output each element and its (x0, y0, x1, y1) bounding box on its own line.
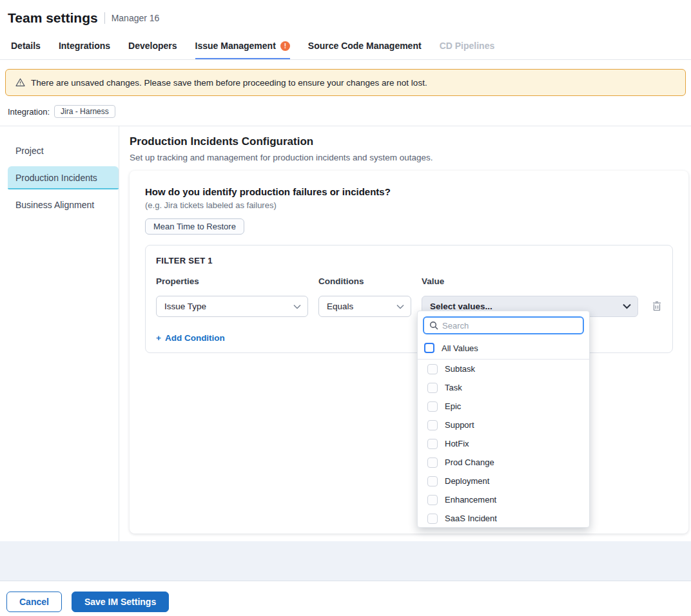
section-subtitle: Set up tracking and management for produ… (130, 153, 688, 162)
banner-text: There are unsaved changes. Please save t… (31, 78, 427, 88)
option-checkbox[interactable] (427, 439, 438, 449)
option-deployment[interactable]: Deployment (418, 472, 589, 490)
filter-set-card: FILTER SET 1 Properties Conditions Value… (145, 245, 673, 353)
page-header: Team settings Manager 16 (0, 0, 691, 34)
page-title: Team settings (8, 10, 98, 26)
option-label: Prod Change (445, 457, 494, 467)
option-task[interactable]: Task (418, 378, 589, 397)
bottom-band (0, 541, 691, 581)
option-label: Enhancement (445, 495, 496, 505)
option-checkbox[interactable] (427, 420, 438, 430)
unsaved-changes-banner: There are unsaved changes. Please save t… (5, 69, 686, 96)
option-prod-change[interactable]: Prod Change (418, 453, 589, 472)
option-support[interactable]: Support (418, 416, 589, 434)
plus-icon: + (156, 333, 161, 343)
tab-source-code-management[interactable]: Source Code Management (308, 34, 422, 59)
chevron-down-icon (396, 304, 404, 309)
sidebar-item-production-incidents[interactable]: Production Incidents (8, 166, 119, 189)
option-label: SaaS Incident (445, 514, 497, 523)
chevron-down-icon (293, 304, 301, 309)
tab-cd-pipelines: CD Pipelines (440, 34, 495, 59)
header-divider (104, 12, 105, 24)
option-label: Task (445, 383, 462, 392)
metric-chip-mean-time-to-restore[interactable]: Mean Time to Restore (145, 218, 244, 235)
option-label: Subtask (445, 364, 475, 374)
alert-badge: ! (280, 41, 290, 51)
question-hint: (e.g. Jira tickets labeled as failures) (145, 200, 673, 210)
trash-icon (652, 301, 662, 312)
option-checkbox[interactable] (427, 514, 438, 524)
column-header-value: Value (422, 276, 638, 286)
tab-label: Source Code Management (308, 41, 422, 51)
tab-label: Developers (128, 41, 177, 51)
tab-integrations[interactable]: Integrations (59, 34, 110, 59)
question-title: How do you identify production failures … (145, 186, 673, 197)
value-select-placeholder: Select values... (430, 302, 492, 311)
integration-row: Integration: Jira - Harness (0, 104, 691, 126)
section-title: Production Incidents Configuration (130, 135, 688, 148)
sidebar-item-business-alignment[interactable]: Business Alignment (8, 193, 119, 217)
column-header-properties: Properties (156, 276, 318, 286)
sidebar: Project Production Incidents Business Al… (0, 126, 119, 541)
option-hotfix[interactable]: HotFix (418, 434, 589, 453)
tab-label: Issue Management (195, 41, 276, 51)
option-saas-incident[interactable]: SaaS Incident (418, 509, 589, 528)
integration-label: Integration: (8, 107, 50, 117)
main-content: Production Incidents Configuration Set u… (119, 126, 691, 541)
tab-developers[interactable]: Developers (128, 34, 177, 59)
option-checkbox[interactable] (427, 383, 438, 393)
option-label: All Values (442, 343, 478, 353)
add-condition-label: Add Condition (165, 333, 225, 343)
option-checkbox[interactable] (427, 457, 438, 468)
condition-select-value: Equals (327, 302, 353, 311)
add-condition-button[interactable]: + Add Condition (156, 333, 225, 343)
tab-label: Integrations (59, 41, 110, 51)
option-checkbox[interactable] (427, 476, 438, 486)
value-dropdown-panel: All Values Subtask Task Epic Support (417, 311, 590, 528)
delete-filter-button[interactable] (652, 301, 662, 312)
search-input[interactable] (442, 321, 578, 331)
dropdown-search (423, 316, 584, 334)
option-enhancement[interactable]: Enhancement (418, 490, 589, 509)
tab-issue-management[interactable]: Issue Management ! (195, 34, 290, 59)
header-subtitle: Manager 16 (112, 13, 160, 23)
property-select[interactable]: Issue Type (156, 296, 308, 317)
option-label: HotFix (445, 439, 469, 448)
option-label: Deployment (445, 476, 489, 486)
search-icon (429, 321, 438, 330)
save-im-settings-button[interactable]: Save IM Settings (72, 592, 169, 612)
cancel-button[interactable]: Cancel (6, 592, 62, 612)
option-epic[interactable]: Epic (418, 397, 589, 416)
tab-details[interactable]: Details (11, 34, 41, 59)
option-all-values[interactable]: All Values (418, 340, 589, 360)
option-checkbox[interactable] (427, 364, 438, 374)
chevron-down-icon (623, 303, 631, 309)
tab-label: Details (11, 41, 41, 51)
config-card: How do you identify production failures … (130, 171, 688, 534)
filter-column-headers: Properties Conditions Value (156, 276, 662, 286)
warning-triangle-icon (15, 77, 26, 88)
sidebar-item-project[interactable]: Project (8, 139, 119, 162)
settings-tabbar: Details Integrations Developers Issue Ma… (0, 34, 691, 60)
tab-label: CD Pipelines (440, 41, 495, 51)
option-subtask[interactable]: Subtask (418, 360, 589, 378)
filter-set-title: FILTER SET 1 (156, 256, 662, 265)
option-label: Epic (445, 401, 461, 411)
condition-select[interactable]: Equals (318, 296, 411, 317)
integration-chip[interactable]: Jira - Harness (54, 105, 115, 118)
option-checkbox[interactable] (427, 401, 438, 412)
settings-body: Project Production Incidents Business Al… (0, 126, 691, 541)
option-checkbox[interactable] (427, 495, 438, 505)
all-values-checkbox[interactable] (424, 343, 434, 353)
footer-actions: Cancel Save IM Settings (0, 581, 691, 616)
option-label: Support (445, 420, 474, 430)
property-select-value: Issue Type (164, 302, 206, 311)
column-header-conditions: Conditions (318, 276, 422, 286)
